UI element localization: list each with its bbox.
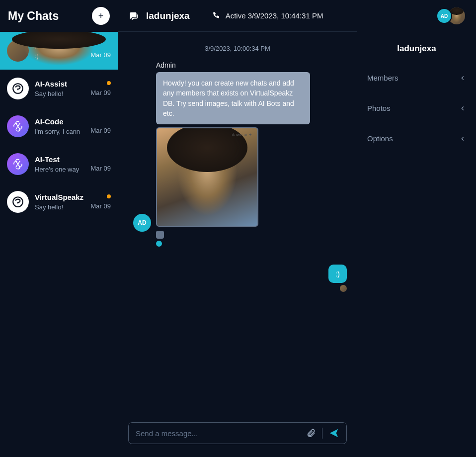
sidebar-header: My Chats + xyxy=(0,0,118,32)
main-panel: ladunjexa Active 3/9/2023, 10:44:31 PM 3… xyxy=(118,0,357,457)
chat-name: VirtualSpeakz xyxy=(35,193,85,201)
sender-avatar: AD xyxy=(133,214,151,232)
message-bubble-out: :) xyxy=(328,265,347,283)
chat-item-ai-assist[interactable]: AI-Assist Say hello! Mar 09 xyxy=(0,70,118,107)
reaction-icon[interactable] xyxy=(156,231,164,239)
chat-info: AI-Test Here's one way xyxy=(35,155,85,173)
send-button[interactable] xyxy=(328,428,339,439)
section-photos[interactable]: Photos xyxy=(357,93,476,123)
sidebar-title: My Chats xyxy=(8,9,59,23)
read-receipt-avatar xyxy=(340,285,347,292)
avatar xyxy=(7,78,29,99)
avatar xyxy=(7,191,29,213)
chat-info: VirtualSpeakz Say hello! xyxy=(35,193,85,211)
chevron-left-icon xyxy=(459,135,466,142)
message-image[interactable] xyxy=(156,127,258,227)
message-group-admin: Admin Howdy! you can create new chats an… xyxy=(128,61,347,247)
chat-icon xyxy=(128,10,139,21)
openai-icon xyxy=(11,158,24,171)
message-bubble: Howdy! you can create new chats and add … xyxy=(156,72,310,124)
avatar xyxy=(7,115,29,137)
message-footer xyxy=(156,231,347,247)
avatar xyxy=(7,40,29,62)
divider xyxy=(322,428,322,439)
chat-date: Mar 09 xyxy=(91,202,111,210)
chat-info: AI-Code I'm sorry, I cann xyxy=(35,117,85,135)
section-options[interactable]: Options xyxy=(357,123,476,154)
right-panel-title: ladunjexa xyxy=(357,32,476,63)
chat-date: Mar 09 xyxy=(91,165,111,172)
chat-meta: Mar 09 xyxy=(91,81,111,96)
chat-name: AI-Code xyxy=(35,117,85,126)
chat-preview: I'm sorry, I cann xyxy=(35,128,84,135)
sidebar: My Chats + ladunjexa :) Mar 09 AI-Assist… xyxy=(0,0,118,457)
chat-item-virtualspeakz[interactable]: VirtualSpeakz Say hello! Mar 09 xyxy=(0,183,118,221)
status-text: Active 3/9/2023, 10:44:31 PM xyxy=(226,11,323,20)
chat-bubble-icon xyxy=(11,195,24,208)
chat-name: AI-Assist xyxy=(35,80,85,88)
chat-meta: Mar 09 xyxy=(91,157,111,172)
chat-info: AI-Assist Say hello! xyxy=(35,80,85,97)
chat-header-title: ladunjexa xyxy=(146,10,190,21)
avatar xyxy=(7,153,29,175)
phone-icon xyxy=(212,11,221,20)
right-panel: AD ladunjexa Members Photos Options xyxy=(357,0,476,457)
member-avatar-admin: AD xyxy=(436,8,452,24)
chat-preview: Say hello! xyxy=(35,90,84,97)
read-receipt-icon xyxy=(156,241,162,247)
section-label: Options xyxy=(367,134,393,143)
new-chat-button[interactable]: + xyxy=(92,7,110,25)
paperclip-icon xyxy=(306,428,316,438)
message-area[interactable]: 3/9/2023, 10:00:34 PM Admin Howdy! you c… xyxy=(118,32,357,409)
chat-item-ai-test[interactable]: AI-Test Here's one way Mar 09 xyxy=(0,145,118,183)
chat-date: Mar 09 xyxy=(91,89,111,96)
chat-item-ladunjexa[interactable]: ladunjexa :) Mar 09 xyxy=(0,32,118,70)
unread-dot-icon xyxy=(107,81,111,85)
chat-name: AI-Test xyxy=(35,155,85,164)
composer-area xyxy=(118,409,357,457)
composer xyxy=(128,422,347,444)
right-panel-header: AD xyxy=(357,0,476,32)
message-sender: Admin xyxy=(156,61,347,69)
chat-header: ladunjexa Active 3/9/2023, 10:44:31 PM xyxy=(118,0,357,32)
chat-list: ladunjexa :) Mar 09 AI-Assist Say hello!… xyxy=(0,32,118,457)
unread-dot-icon xyxy=(107,194,111,198)
message-input[interactable] xyxy=(136,429,300,438)
section-label: Photos xyxy=(367,104,391,112)
chat-header-status: Active 3/9/2023, 10:44:31 PM xyxy=(212,11,323,20)
attach-button[interactable] xyxy=(306,428,316,438)
day-divider: 3/9/2023, 10:00:34 PM xyxy=(128,45,347,52)
chevron-left-icon xyxy=(459,75,466,82)
chat-item-ai-code[interactable]: AI-Code I'm sorry, I cann Mar 09 xyxy=(0,107,118,145)
chat-meta: Mar 09 xyxy=(91,119,111,134)
chat-preview: Say hello! xyxy=(35,203,84,211)
openai-icon xyxy=(11,120,24,133)
chat-bubble-icon xyxy=(11,82,24,95)
chat-meta: Mar 09 xyxy=(91,194,111,210)
send-icon xyxy=(328,428,339,439)
chat-preview: Here's one way xyxy=(35,166,84,173)
chat-date: Mar 09 xyxy=(91,127,111,134)
chevron-left-icon xyxy=(459,105,466,112)
section-members[interactable]: Members xyxy=(357,63,476,93)
section-label: Members xyxy=(367,74,398,82)
message-group-out: :) xyxy=(128,255,347,292)
